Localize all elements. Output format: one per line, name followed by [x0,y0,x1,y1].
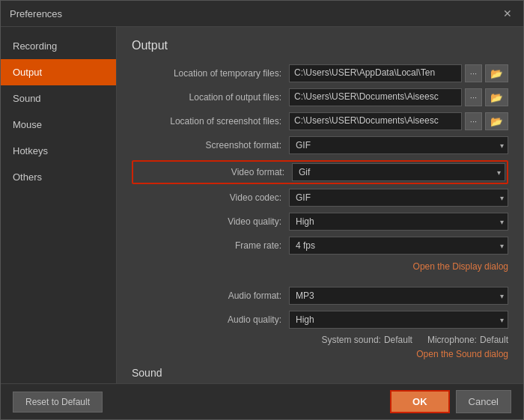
sidebar-item-hotkeys[interactable]: Hotkeys [1,138,116,164]
screenshot-format-label: Screenshot format: [132,140,289,150]
video-format-label: Video format: [135,167,292,177]
bottom-bar: Reset to Default OK Cancel [1,383,523,419]
sidebar-item-output[interactable]: Output [1,59,116,85]
temp-files-path: C:\Users\USER\AppData\Local\Ten [289,64,462,82]
open-display-dialog-link[interactable]: Open the Display dialog [413,261,508,272]
output-files-folder-button[interactable]: 📂 [485,88,508,106]
temp-files-label: Location of temporary files: [132,68,289,79]
frame-rate-row: Frame rate: 4 fps ▾ [132,237,508,255]
frame-rate-wrapper: 4 fps ▾ [289,237,508,255]
microphone-info: Microphone: Default [427,335,508,345]
video-quality-select[interactable]: High [289,213,508,231]
frame-rate-control: 4 fps ▾ [289,237,508,255]
screenshot-files-folder-button[interactable]: 📂 [485,112,508,130]
window-title: Preferences [10,8,62,19]
output-files-row: Location of output files: C:\Users\USER\… [132,88,508,106]
open-sound-dialog-link[interactable]: Open the Sound dialog [416,349,508,359]
audio-quality-select[interactable]: High [289,311,508,329]
video-format-wrapper: Gif ▾ [292,163,505,181]
system-sound-info-label: System sound: [322,335,381,345]
output-files-label: Location of output files: [132,92,289,103]
video-format-select[interactable]: Gif [292,163,505,181]
video-codec-label: Video codec: [132,192,289,203]
reset-to-default-button[interactable]: Reset to Default [13,392,103,413]
temp-files-folder-button[interactable]: 📂 [485,64,508,82]
screenshot-format-control: GIF ▾ [289,136,508,154]
audio-quality-row: Audio quality: High ▾ [132,311,508,329]
screenshot-files-row: Location of screenshot files: C:\Users\U… [132,112,508,130]
video-codec-row: Video codec: GIF ▾ [132,189,508,207]
folder-icon-2: 📂 [490,92,503,103]
frame-rate-label: Frame rate: [132,240,289,251]
cancel-button[interactable]: Cancel [456,390,511,413]
sound-dialog-row: Open the Sound dialog [132,348,508,359]
output-files-path: C:\Users\USER\Documents\Aiseesc [289,88,462,106]
sidebar-item-sound[interactable]: Sound [1,85,116,112]
video-codec-control: GIF ▾ [289,189,508,207]
video-format-highlighted-row: Video format: Gif ▾ [132,160,508,184]
system-sound-info-row: System sound: Default Microphone: Defaul… [132,335,508,345]
screenshot-format-select[interactable]: GIF [289,136,508,154]
video-format-control: Gif ▾ [292,163,505,181]
screenshot-files-dots-button[interactable]: ··· [465,112,482,130]
temp-files-row: Location of temporary files: C:\Users\US… [132,64,508,82]
title-bar: Preferences ✕ [1,1,523,27]
video-quality-row: Video quality: High ▾ [132,213,508,231]
sound-section-title: Sound [132,367,508,379]
audio-quality-wrapper: High ▾ [289,311,508,329]
sidebar: Recording Output Sound Mouse Hotkeys Oth… [1,27,117,383]
system-sound-info: System sound: Default [322,335,412,345]
temp-files-control: C:\Users\USER\AppData\Local\Ten ··· 📂 [289,64,508,82]
microphone-info-label: Microphone: [427,335,477,345]
screenshot-format-row: Screenshot format: GIF ▾ [132,136,508,154]
screenshot-files-path: C:\Users\USER\Documents\Aiseesc [289,112,462,130]
close-button[interactable]: ✕ [501,7,514,20]
video-codec-select[interactable]: GIF [289,189,508,207]
audio-format-control: MP3 ▾ [289,287,508,305]
ok-button[interactable]: OK [390,390,450,413]
display-dialog-row: Open the Display dialog [132,261,508,272]
frame-rate-select[interactable]: 4 fps [289,237,508,255]
sidebar-item-recording[interactable]: Recording [1,33,116,59]
action-buttons: OK Cancel [390,390,511,413]
folder-icon: 📂 [490,68,503,79]
audio-format-wrapper: MP3 ▾ [289,287,508,305]
video-codec-wrapper: GIF ▾ [289,189,508,207]
audio-format-row: Audio format: MP3 ▾ [132,287,508,305]
output-section-title: Output [132,39,508,52]
main-panel: Output Location of temporary files: C:\U… [117,27,523,383]
video-quality-label: Video quality: [132,216,289,227]
screenshot-files-label: Location of screenshot files: [132,116,289,127]
separator-1 [132,279,508,287]
sidebar-item-mouse[interactable]: Mouse [1,112,116,138]
microphone-info-value: Default [480,335,508,345]
output-files-dots-button[interactable]: ··· [465,88,482,106]
audio-quality-label: Audio quality: [132,314,289,325]
audio-format-label: Audio format: [132,290,289,301]
preferences-window: Preferences ✕ Recording Output Sound Mou… [0,0,524,420]
sidebar-item-others[interactable]: Others [1,164,116,190]
output-files-control: C:\Users\USER\Documents\Aiseesc ··· 📂 [289,88,508,106]
screenshot-format-wrapper: GIF ▾ [289,136,508,154]
video-quality-wrapper: High ▾ [289,213,508,231]
folder-icon-3: 📂 [490,116,503,127]
screenshot-files-control: C:\Users\USER\Documents\Aiseesc ··· 📂 [289,112,508,130]
audio-format-select[interactable]: MP3 [289,287,508,305]
main-content: Recording Output Sound Mouse Hotkeys Oth… [1,27,523,383]
video-quality-control: High ▾ [289,213,508,231]
system-sound-info-value: Default [384,335,412,345]
video-format-row: Video format: Gif ▾ [135,163,505,181]
temp-files-dots-button[interactable]: ··· [465,64,482,82]
audio-quality-control: High ▾ [289,311,508,329]
